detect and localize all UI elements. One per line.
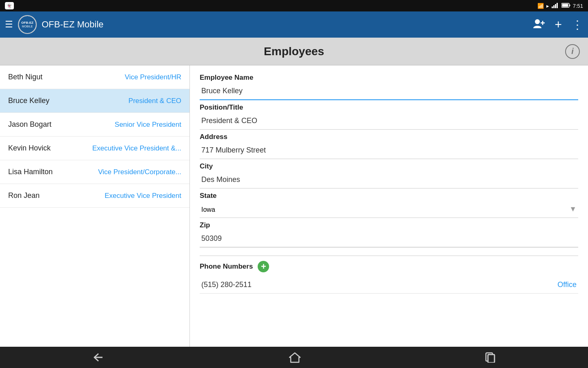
state-label: State <box>200 192 578 200</box>
battery-icon <box>561 3 570 9</box>
svg-marker-11 <box>290 353 300 362</box>
add-button[interactable]: + <box>555 18 562 31</box>
address-label: Address <box>200 133 578 141</box>
svg-rect-2 <box>555 4 556 8</box>
list-item[interactable]: Bruce Kelley President & CEO <box>0 89 189 113</box>
svg-rect-5 <box>569 4 570 6</box>
svg-rect-1 <box>553 5 555 8</box>
bottom-nav-bar <box>0 347 588 368</box>
zip-value[interactable]: 50309 <box>200 231 578 247</box>
position-group: Position/Title President & CEO <box>200 103 578 130</box>
phone-type[interactable]: Office <box>557 280 577 289</box>
employee-name: Lisa Hamilton <box>8 168 53 176</box>
phone-header: Phone Numbers + <box>200 261 578 272</box>
employee-name: Bruce Kelley <box>8 96 49 105</box>
home-button[interactable] <box>289 352 301 363</box>
state-group: State Iowa ▼ <box>200 192 578 218</box>
employee-title: Vice President/HR <box>125 73 181 81</box>
city-value[interactable]: Des Moines <box>200 172 578 188</box>
list-item[interactable]: Ron Jean Executive Vice President <box>0 184 189 208</box>
position-value[interactable]: President & CEO <box>200 113 578 130</box>
phone-row: (515) 280-2511 Office <box>200 276 578 294</box>
dropdown-arrow-icon: ▼ <box>569 205 577 213</box>
list-item[interactable]: Lisa Hamilton Vice President/Corporate..… <box>0 160 189 184</box>
employee-name-value[interactable]: Bruce Kelley <box>200 83 578 100</box>
employee-title: Executive Vice President <box>105 192 181 200</box>
page-title: Employees <box>264 45 324 58</box>
phone-section: Phone Numbers + (515) 280-2511 Office <box>200 256 578 294</box>
status-bar: 👻 📶 ▸ 7:51 <box>0 0 588 11</box>
city-group: City Des Moines <box>200 162 578 188</box>
employee-title: President & CEO <box>129 97 181 105</box>
svg-rect-3 <box>557 3 558 8</box>
list-item[interactable]: Beth Nigut Vice President/HR <box>0 65 189 89</box>
employee-name: Kevin Hovick <box>8 144 51 153</box>
recents-button[interactable] <box>485 352 496 363</box>
position-label: Position/Title <box>200 103 578 112</box>
state-value: Iowa <box>201 206 215 213</box>
employee-list: Beth Nigut Vice President/HR Bruce Kelle… <box>0 65 190 347</box>
back-button[interactable] <box>92 352 105 363</box>
employee-name: Ron Jean <box>8 191 40 200</box>
main-content: Beth Nigut Vice President/HR Bruce Kelle… <box>0 65 588 347</box>
employee-name: Beth Nigut <box>8 73 42 81</box>
menu-icon[interactable]: ☰ <box>5 19 13 30</box>
detail-panel: Employee Name Bruce Kelley Position/Titl… <box>190 65 588 347</box>
wifi-icon: ▸ <box>546 3 549 9</box>
app-title: OFB-EZ Mobile <box>42 19 104 30</box>
app-bar: ☰ OFB-EZ MOBILE OFB-EZ Mobile + ⋮ <box>0 11 588 38</box>
info-button[interactable]: i <box>565 44 580 59</box>
list-item[interactable]: Kevin Hovick Executive Vice President &.… <box>0 137 189 160</box>
svg-rect-0 <box>552 7 553 8</box>
zip-group: Zip 50309 <box>200 221 578 247</box>
employee-name-group: Employee Name Bruce Kelley <box>200 74 578 100</box>
employee-name-label: Employee Name <box>200 74 578 82</box>
list-item[interactable]: Jason Bogart Senior Vice President <box>0 113 189 137</box>
svg-rect-6 <box>562 4 568 7</box>
state-value-row[interactable]: Iowa ▼ <box>200 202 578 218</box>
ghost-icon: 👻 <box>5 2 14 9</box>
svg-rect-13 <box>488 355 494 363</box>
phone-number: (515) 280-2511 <box>201 280 252 289</box>
signal-icon <box>552 2 559 9</box>
bluetooth-icon: 📶 <box>537 3 544 9</box>
add-phone-button[interactable]: + <box>258 261 269 272</box>
zip-label: Zip <box>200 221 578 229</box>
add-user-button[interactable] <box>532 18 545 32</box>
svg-point-7 <box>535 19 540 24</box>
app-logo: OFB-EZ MOBILE <box>18 15 37 34</box>
address-group: Address 717 Mulberry Street <box>200 133 578 159</box>
page-header: Employees i <box>0 38 588 65</box>
employee-title: Executive Vice President &... <box>92 144 181 153</box>
phone-numbers-label: Phone Numbers <box>200 263 253 271</box>
city-label: City <box>200 162 578 171</box>
employee-title: Vice President/Corporate... <box>98 168 181 176</box>
address-value[interactable]: 717 Mulberry Street <box>200 143 578 159</box>
more-options-button[interactable]: ⋮ <box>572 18 583 31</box>
employee-title: Senior Vice President <box>115 121 181 129</box>
time-display: 7:51 <box>573 3 583 9</box>
employee-name: Jason Bogart <box>8 120 51 129</box>
